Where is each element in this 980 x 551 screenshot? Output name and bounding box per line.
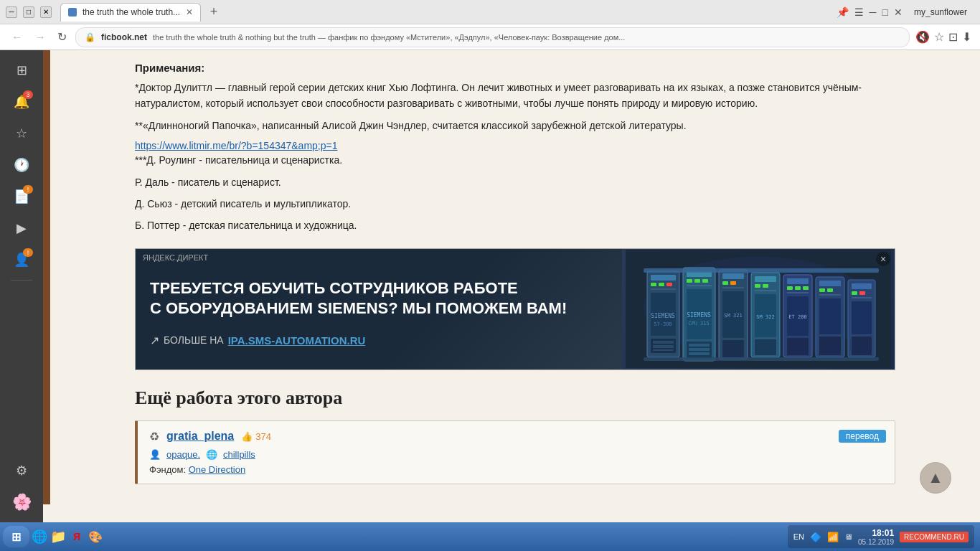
- url-path: the truth the whole truth & nothing but …: [153, 33, 625, 42]
- minimize-window-btn[interactable]: ─: [870, 6, 877, 18]
- refresh-btn[interactable]: ↻: [55, 29, 70, 45]
- content-wrapper: Примечания: *Доктор Дулиттл — главный ге…: [121, 50, 910, 504]
- svg-rect-25: [689, 344, 710, 347]
- svg-rect-62: [852, 291, 857, 295]
- active-tab[interactable]: the truth the whole truth... ✕: [60, 3, 201, 22]
- work-meta: 👤 opaque. 🌐 chillpills: [149, 449, 883, 460]
- work-card-header: ♻ gratia_plena 👍 374: [149, 430, 883, 443]
- ie-icon: 🌐: [32, 529, 47, 545]
- sidebar-icon-doc[interactable]: 📄 !: [7, 182, 36, 211]
- svg-rect-63: [859, 291, 865, 295]
- globe-icon: 🌐: [206, 449, 217, 460]
- translation-badge: перевод: [839, 430, 886, 443]
- svg-rect-45: [787, 278, 809, 284]
- tab-favicon: [68, 8, 77, 17]
- svg-text:ET 200: ET 200: [788, 314, 806, 320]
- taskbar-right: EN 🔷 📶 🖥 18:01 05.12.2019 RECOMMEND.RU: [788, 525, 977, 548]
- chevron-up-icon: ▲: [928, 468, 943, 487]
- tray-time: 18:01: [872, 528, 894, 538]
- clock-display: 18:01 05.12.2019: [858, 528, 894, 546]
- doc-badge: !: [23, 185, 33, 194]
- forward-btn[interactable]: →: [32, 29, 49, 45]
- bluetooth-icon: 🔷: [810, 532, 821, 542]
- svg-rect-32: [722, 287, 744, 288]
- mute-btn[interactable]: 🔇: [915, 30, 930, 44]
- minimize-btn[interactable]: ─: [6, 6, 17, 18]
- sidebar-icon-settings[interactable]: ⚙: [7, 456, 36, 485]
- sidebar-icon-bell[interactable]: 🔔 3: [7, 88, 36, 116]
- fandom-link[interactable]: One Direction: [189, 464, 245, 475]
- window-controls[interactable]: ─ □ ✕: [6, 6, 52, 18]
- network-icon: 🖥: [844, 532, 852, 541]
- taskbar-icon-yandex[interactable]: Я: [68, 528, 85, 545]
- ad-headline: ТРЕБУЕТСЯ ОБУЧИТЬ СОТРУДНИКОВ РАБОТЕ С О…: [150, 278, 608, 319]
- scroll-top-btn[interactable]: ▲: [920, 462, 951, 494]
- close-window-btn[interactable]: ✕: [894, 6, 903, 18]
- ad-link-prefix: БОЛЬШЕ НА: [164, 334, 224, 346]
- maximize-btn[interactable]: □: [23, 6, 34, 18]
- menu-icon[interactable]: ☰: [854, 6, 864, 18]
- taskbar-icon-ie[interactable]: 🌐: [31, 528, 48, 545]
- sidebar-icon-person[interactable]: 👤 !: [7, 245, 36, 274]
- start-button[interactable]: ⊞: [3, 526, 29, 547]
- sidebar-icon-clock[interactable]: 🕐: [7, 151, 36, 179]
- sidebar-icon-avatar[interactable]: 🌸: [7, 488, 36, 517]
- taskbar-icon-folder[interactable]: 📁: [50, 528, 67, 545]
- notes-paragraph-3: Р. Даль - писатель и сценарист.: [135, 174, 895, 190]
- rating-badge: 👍 374: [241, 431, 271, 442]
- user-label: my_sunflower: [914, 7, 967, 17]
- sidebar: ⊞ 🔔 3 ☆ 🕐 📄 ! ▶ 👤 ! ⚙ 🌸: [0, 50, 43, 522]
- url-input[interactable]: 🔒 ficbook.net the truth the whole truth …: [75, 27, 910, 47]
- ad-link[interactable]: IPA.SMS-AUTOMATION.RU: [228, 334, 366, 347]
- new-tab-btn[interactable]: +: [204, 2, 224, 22]
- svg-rect-26: [689, 348, 710, 351]
- taskbar-icon-paint[interactable]: 🎨: [87, 528, 104, 545]
- system-tray: EN 🔷 📶 🖥 18:01 05.12.2019 RECOMMEND.RU: [788, 525, 974, 548]
- svg-rect-40: [755, 290, 776, 291]
- sidebar-icon-grid[interactable]: ⊞: [7, 56, 36, 85]
- svg-text:CPU 315: CPU 315: [688, 321, 710, 326]
- title-bar-controls: 📌 ☰ ─ □ ✕ my_sunflower: [837, 6, 974, 18]
- browser-body: ⊞ 🔔 3 ☆ 🕐 📄 ! ▶ 👤 ! ⚙ 🌸: [0, 50, 980, 522]
- recommend-badge: RECOMMEND.RU: [900, 532, 969, 542]
- collab2-link[interactable]: chillpills: [223, 449, 255, 460]
- taskbar: ⊞ 🌐 📁 Я 🎨 EN 🔷 📶 🖥 18:01 05.12.2019 RECO…: [0, 522, 980, 551]
- svg-rect-55: [819, 288, 825, 292]
- restore-window-btn[interactable]: □: [882, 6, 888, 18]
- collab1-link[interactable]: opaque.: [166, 449, 200, 460]
- ad-banner: ЯНДЕКС.ДИРЕКТ × ТРЕБУЕТСЯ ОБУЧИТЬ СОТРУД…: [135, 248, 895, 370]
- close-btn[interactable]: ✕: [40, 6, 52, 18]
- sidebar-icon-star[interactable]: ☆: [7, 119, 36, 148]
- svg-rect-18: [694, 279, 700, 283]
- notes-title: Примечания:: [135, 62, 895, 74]
- sidebar-icon-play[interactable]: ▶: [7, 214, 36, 242]
- thumbs-up-icon: 👍: [241, 431, 253, 442]
- lock-icon: 🔒: [85, 32, 95, 42]
- svg-rect-27: [689, 352, 710, 355]
- avatar-icon: 🌸: [12, 493, 32, 512]
- download-btn[interactable]: ⬇: [962, 30, 971, 44]
- svg-rect-14: [653, 349, 674, 351]
- work-card: ♻ gratia_plena 👍 374 перевод 👤 opaque. 🌐…: [135, 420, 895, 484]
- tab-close-btn[interactable]: ✕: [186, 7, 193, 17]
- svg-rect-48: [803, 286, 809, 290]
- back-btn[interactable]: ←: [9, 29, 26, 45]
- author-link[interactable]: gratia_plena: [166, 430, 234, 443]
- bookmark-btn[interactable]: ☆: [934, 30, 944, 44]
- svg-rect-54: [819, 281, 841, 286]
- folder-icon: 📁: [50, 529, 66, 545]
- svg-rect-29: [722, 273, 744, 279]
- tray-lang: EN: [793, 532, 804, 541]
- svg-rect-68: [644, 357, 879, 361]
- svg-rect-13: [653, 345, 674, 348]
- notes-link[interactable]: https://www.litmir.me/br/?b=154347&amp;p…: [135, 140, 337, 151]
- svg-rect-67: [644, 268, 879, 273]
- screenshot-btn[interactable]: ⊡: [948, 30, 958, 44]
- svg-rect-52: [787, 338, 809, 355]
- ad-content: ТРЕБУЕТСЯ ОБУЧИТЬ СОТРУДНИКОВ РАБОТЕ С О…: [136, 249, 895, 369]
- gear-icon: ⚙: [16, 463, 27, 479]
- fandom-label: Фэндом:: [149, 464, 186, 475]
- paint-icon: 🎨: [88, 530, 103, 544]
- ad-close-btn[interactable]: ×: [876, 252, 890, 266]
- pin-icon[interactable]: 📌: [837, 6, 849, 18]
